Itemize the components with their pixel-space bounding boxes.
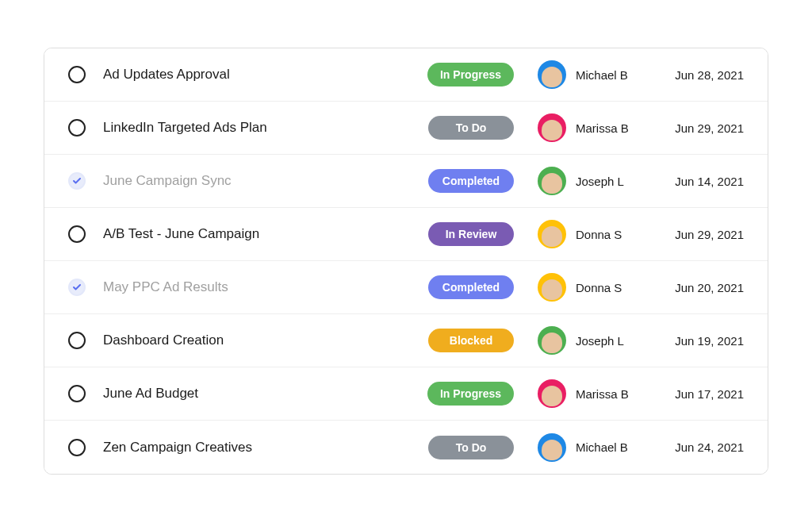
task-checkbox[interactable] bbox=[68, 119, 86, 136]
task-row[interactable]: June Ad BudgetIn ProgressMarissa BJun 17… bbox=[44, 367, 768, 421]
avatar bbox=[538, 273, 566, 302]
task-date: Jun 20, 2021 bbox=[657, 281, 744, 294]
avatar bbox=[538, 326, 566, 355]
avatar bbox=[538, 167, 566, 195]
avatar bbox=[538, 60, 566, 89]
assignee-name: Joseph L bbox=[576, 334, 624, 348]
task-checkbox[interactable] bbox=[68, 66, 86, 83]
task-date: Jun 28, 2021 bbox=[657, 68, 744, 82]
task-row[interactable]: LinkedIn Targeted Ads PlanTo DoMarissa B… bbox=[44, 102, 768, 155]
status-badge[interactable]: Blocked bbox=[428, 329, 514, 352]
avatar-face bbox=[542, 386, 562, 406]
task-checkbox[interactable] bbox=[68, 279, 86, 296]
task-row[interactable]: Zen Campaign CreativesTo DoMichael BJun … bbox=[44, 421, 768, 474]
task-date: Jun 29, 2021 bbox=[657, 228, 744, 241]
avatar-face bbox=[542, 173, 562, 194]
assignee-name: Michael B bbox=[576, 440, 628, 454]
avatar-face bbox=[542, 67, 562, 87]
task-list: Ad Updates ApprovalIn ProgressMichael BJ… bbox=[44, 48, 768, 475]
assignee[interactable]: Joseph L bbox=[538, 167, 657, 195]
assignee-name: Marissa B bbox=[576, 387, 629, 401]
assignee-name: Joseph L bbox=[576, 175, 624, 188]
assignee[interactable]: Donna S bbox=[538, 220, 657, 248]
task-checkbox[interactable] bbox=[68, 439, 86, 456]
task-date: Jun 19, 2021 bbox=[657, 334, 744, 348]
task-title: A/B Test - June Campaign bbox=[103, 226, 428, 242]
task-checkbox[interactable] bbox=[68, 332, 86, 349]
task-title: May PPC Ad Results bbox=[103, 279, 428, 295]
check-icon bbox=[72, 176, 82, 186]
avatar bbox=[538, 220, 566, 248]
avatar-face bbox=[542, 226, 562, 247]
avatar-face bbox=[542, 120, 562, 140]
task-row[interactable]: Dashboard CreationBlockedJoseph LJun 19,… bbox=[44, 314, 768, 367]
assignee[interactable]: Marissa B bbox=[538, 379, 657, 408]
check-icon bbox=[72, 283, 82, 292]
assignee[interactable]: Michael B bbox=[538, 433, 657, 462]
status-badge[interactable]: Completed bbox=[428, 169, 514, 193]
task-date: Jun 24, 2021 bbox=[657, 440, 744, 454]
status-badge[interactable]: To Do bbox=[428, 436, 514, 459]
avatar-face bbox=[542, 333, 562, 353]
task-date: Jun 29, 2021 bbox=[657, 121, 744, 135]
assignee-name: Marissa B bbox=[576, 121, 629, 135]
assignee-name: Donna S bbox=[576, 281, 622, 294]
assignee-name: Donna S bbox=[576, 228, 622, 241]
status-badge[interactable]: In Review bbox=[428, 222, 514, 246]
assignee[interactable]: Joseph L bbox=[538, 326, 657, 355]
status-badge[interactable]: To Do bbox=[428, 116, 514, 140]
task-row[interactable]: A/B Test - June CampaignIn ReviewDonna S… bbox=[44, 208, 768, 261]
task-row[interactable]: Ad Updates ApprovalIn ProgressMichael BJ… bbox=[44, 48, 768, 102]
task-row[interactable]: May PPC Ad ResultsCompletedDonna SJun 20… bbox=[44, 261, 768, 314]
assignee-name: Michael B bbox=[576, 68, 628, 82]
avatar-face bbox=[542, 279, 562, 300]
avatar bbox=[538, 379, 566, 408]
task-row[interactable]: June Campaign SyncCompletedJoseph LJun 1… bbox=[44, 155, 768, 208]
assignee[interactable]: Donna S bbox=[538, 273, 657, 302]
status-badge[interactable]: In Progress bbox=[427, 382, 514, 406]
status-badge[interactable]: In Progress bbox=[427, 63, 514, 86]
status-badge[interactable]: Completed bbox=[428, 275, 514, 299]
task-checkbox[interactable] bbox=[68, 385, 86, 402]
task-title: Ad Updates Approval bbox=[103, 67, 427, 83]
task-checkbox[interactable] bbox=[68, 225, 86, 243]
avatar bbox=[538, 113, 566, 142]
task-date: Jun 14, 2021 bbox=[657, 175, 744, 188]
task-title: Zen Campaign Creatives bbox=[103, 440, 428, 456]
task-title: June Campaign Sync bbox=[103, 173, 428, 189]
task-title: June Ad Budget bbox=[103, 386, 427, 402]
assignee[interactable]: Michael B bbox=[538, 60, 657, 89]
avatar-face bbox=[542, 440, 562, 460]
task-title: Dashboard Creation bbox=[103, 333, 428, 348]
task-checkbox[interactable] bbox=[68, 172, 86, 190]
task-date: Jun 17, 2021 bbox=[657, 387, 744, 401]
task-title: LinkedIn Targeted Ads Plan bbox=[103, 120, 428, 136]
assignee[interactable]: Marissa B bbox=[538, 113, 657, 142]
avatar bbox=[538, 433, 566, 462]
